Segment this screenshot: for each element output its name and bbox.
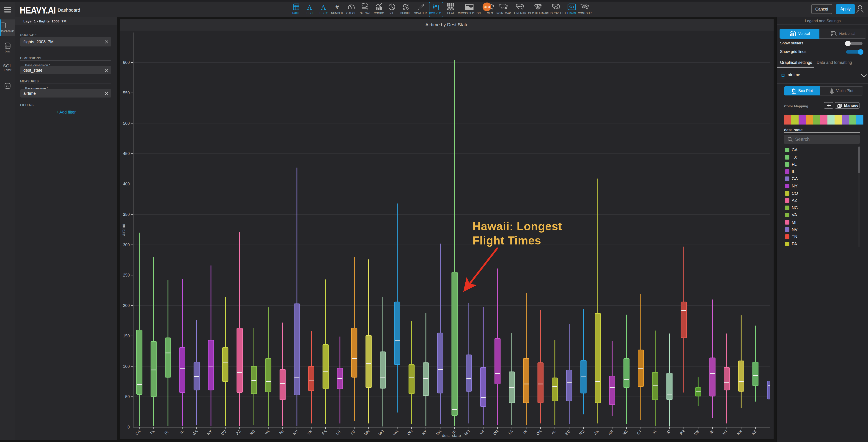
svg-text:TX: TX [149, 429, 156, 436]
svg-text:AL: AL [550, 429, 557, 435]
svg-text:Hawaii: Longest: Hawaii: Longest [472, 220, 562, 233]
svg-text:RI: RI [709, 429, 714, 435]
svg-text:NE: NE [622, 429, 628, 436]
svg-text:WI: WI [479, 429, 485, 435]
svg-text:100: 100 [123, 364, 130, 369]
svg-text:NJ: NJ [350, 429, 356, 435]
svg-text:NM: NM [578, 429, 585, 436]
svg-text:NC: NC [249, 429, 256, 436]
svg-text:150: 150 [123, 334, 130, 338]
svg-text:500: 500 [123, 121, 130, 126]
svg-text:IA: IA [651, 429, 657, 435]
svg-text:MD: MD [464, 429, 471, 436]
svg-text:CO: CO [220, 429, 227, 436]
svg-text:300: 300 [123, 243, 130, 247]
svg-text:KY: KY [421, 429, 428, 436]
svg-text:AZ: AZ [235, 429, 242, 436]
svg-text:CT: CT [636, 429, 643, 436]
svg-text:MA: MA [435, 429, 442, 436]
svg-text:NV: NV [292, 429, 299, 436]
svg-text:OH: OH [406, 429, 413, 436]
svg-text:A: A [307, 3, 312, 11]
svg-text:GA: GA [192, 429, 198, 436]
svg-text:A: A [321, 3, 326, 11]
svg-text:dest_state: dest_state [442, 433, 461, 438]
svg-text:MN: MN [363, 429, 370, 436]
svg-text:IL: IL [179, 429, 184, 434]
svg-text:450: 450 [123, 151, 130, 156]
svg-text:PR: PR [679, 429, 686, 436]
svg-text:VA: VA [264, 429, 270, 435]
svg-text:MI: MI [278, 429, 284, 435]
svg-text:MS: MS [693, 429, 700, 436]
svg-text:CA: CA [134, 429, 141, 436]
svg-text:UT: UT [335, 429, 342, 436]
svg-text:LA: LA [507, 429, 514, 435]
svg-text:ID: ID [666, 429, 671, 435]
svg-text:250: 250 [123, 273, 130, 277]
svg-text:TN: TN [307, 429, 313, 436]
svg-text:FL: FL [164, 429, 170, 435]
svg-text:550: 550 [123, 91, 130, 95]
svg-text:MO: MO [377, 429, 385, 437]
svg-text:MT: MT [722, 429, 729, 436]
svg-text:NH: NH [736, 429, 743, 436]
svg-text:OK: OK [535, 429, 542, 436]
svg-text:KS: KS [751, 429, 757, 436]
svg-text:OR: OR [492, 429, 499, 436]
svg-text:IN: IN [522, 429, 528, 435]
svg-text:350: 350 [123, 212, 130, 217]
svg-text:600: 600 [123, 60, 130, 65]
svg-text:#: # [335, 4, 339, 11]
svg-text:200: 200 [123, 303, 130, 308]
svg-text:PA: PA [321, 429, 327, 435]
svg-text:SC: SC [564, 429, 571, 436]
svg-text:AK: AK [593, 429, 599, 436]
svg-text:Flight Times: Flight Times [472, 234, 541, 247]
svg-text:AR: AR [607, 429, 614, 436]
svg-text:0: 0 [127, 425, 130, 430]
svg-text:NY: NY [206, 429, 213, 436]
svg-text:50: 50 [125, 395, 130, 399]
svg-text:airtime: airtime [121, 224, 126, 236]
svg-text:400: 400 [123, 182, 130, 186]
svg-text:WA: WA [392, 429, 399, 436]
